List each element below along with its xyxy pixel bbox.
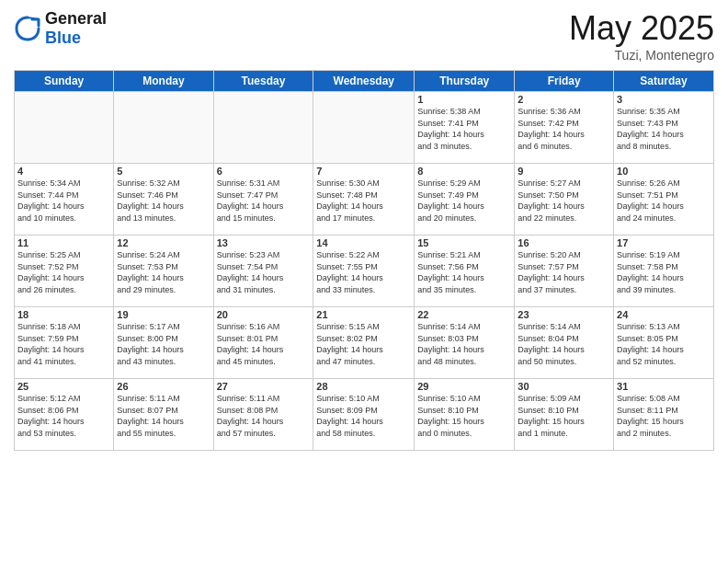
day-info: Sunrise: 5:31 AM Sunset: 7:47 PM Dayligh… (217, 178, 311, 224)
calendar-cell (15, 92, 114, 164)
day-info: Sunrise: 5:11 AM Sunset: 8:08 PM Dayligh… (217, 393, 311, 439)
calendar-week-2: 4Sunrise: 5:34 AM Sunset: 7:44 PM Daylig… (15, 164, 714, 236)
calendar-cell: 3Sunrise: 5:35 AM Sunset: 7:43 PM Daylig… (614, 92, 714, 164)
calendar-cell: 28Sunrise: 5:10 AM Sunset: 8:09 PM Dayli… (313, 379, 415, 451)
calendar-body: 1Sunrise: 5:38 AM Sunset: 7:41 PM Daylig… (15, 92, 714, 451)
col-friday: Friday (515, 71, 614, 92)
day-number: 16 (518, 237, 610, 248)
day-info: Sunrise: 5:29 AM Sunset: 7:49 PM Dayligh… (417, 178, 511, 224)
day-number: 24 (617, 309, 711, 320)
logo-general-text: General (45, 9, 107, 29)
calendar-cell: 15Sunrise: 5:21 AM Sunset: 7:56 PM Dayli… (415, 236, 515, 307)
day-info: Sunrise: 5:38 AM Sunset: 7:41 PM Dayligh… (417, 106, 511, 152)
day-number: 13 (217, 237, 311, 248)
calendar-cell: 18Sunrise: 5:18 AM Sunset: 7:59 PM Dayli… (15, 307, 114, 379)
calendar-cell: 7Sunrise: 5:30 AM Sunset: 7:48 PM Daylig… (313, 164, 415, 236)
day-info: Sunrise: 5:22 AM Sunset: 7:55 PM Dayligh… (316, 249, 411, 295)
day-number: 7 (316, 166, 411, 177)
day-number: 19 (117, 309, 210, 320)
day-number: 25 (17, 381, 110, 392)
day-number: 18 (17, 309, 110, 320)
day-number: 22 (417, 309, 511, 320)
calendar-cell: 29Sunrise: 5:10 AM Sunset: 8:10 PM Dayli… (415, 379, 515, 451)
day-number: 30 (518, 381, 610, 392)
day-info: Sunrise: 5:23 AM Sunset: 7:54 PM Dayligh… (217, 249, 311, 295)
calendar-cell: 19Sunrise: 5:17 AM Sunset: 8:00 PM Dayli… (114, 307, 213, 379)
calendar-cell (114, 92, 213, 164)
day-info: Sunrise: 5:27 AM Sunset: 7:50 PM Dayligh… (518, 178, 610, 224)
day-number: 1 (417, 94, 511, 105)
day-info: Sunrise: 5:35 AM Sunset: 7:43 PM Dayligh… (617, 106, 711, 152)
calendar-cell: 20Sunrise: 5:16 AM Sunset: 8:01 PM Dayli… (213, 307, 313, 379)
day-info: Sunrise: 5:20 AM Sunset: 7:57 PM Dayligh… (518, 249, 610, 295)
day-number: 9 (518, 166, 610, 177)
calendar-cell: 23Sunrise: 5:14 AM Sunset: 8:04 PM Dayli… (515, 307, 614, 379)
logo-icon (14, 15, 41, 42)
day-number: 3 (617, 94, 711, 105)
calendar-cell: 24Sunrise: 5:13 AM Sunset: 8:05 PM Dayli… (614, 307, 714, 379)
calendar-cell: 9Sunrise: 5:27 AM Sunset: 7:50 PM Daylig… (515, 164, 614, 236)
calendar-cell: 31Sunrise: 5:08 AM Sunset: 8:11 PM Dayli… (614, 379, 714, 451)
calendar-cell: 5Sunrise: 5:32 AM Sunset: 7:46 PM Daylig… (114, 164, 213, 236)
day-info: Sunrise: 5:09 AM Sunset: 8:10 PM Dayligh… (518, 393, 610, 439)
calendar-cell: 6Sunrise: 5:31 AM Sunset: 7:47 PM Daylig… (213, 164, 313, 236)
col-sunday: Sunday (15, 71, 114, 92)
day-info: Sunrise: 5:34 AM Sunset: 7:44 PM Dayligh… (17, 178, 110, 224)
day-info: Sunrise: 5:13 AM Sunset: 8:05 PM Dayligh… (617, 321, 711, 367)
calendar-cell: 12Sunrise: 5:24 AM Sunset: 7:53 PM Dayli… (114, 236, 213, 307)
day-info: Sunrise: 5:12 AM Sunset: 8:06 PM Dayligh… (17, 393, 110, 439)
day-info: Sunrise: 5:25 AM Sunset: 7:52 PM Dayligh… (17, 249, 110, 295)
calendar-cell: 30Sunrise: 5:09 AM Sunset: 8:10 PM Dayli… (515, 379, 614, 451)
day-info: Sunrise: 5:14 AM Sunset: 8:04 PM Dayligh… (518, 321, 610, 367)
day-info: Sunrise: 5:24 AM Sunset: 7:53 PM Dayligh… (117, 249, 210, 295)
calendar-cell: 10Sunrise: 5:26 AM Sunset: 7:51 PM Dayli… (614, 164, 714, 236)
col-tuesday: Tuesday (213, 71, 313, 92)
day-info: Sunrise: 5:30 AM Sunset: 7:48 PM Dayligh… (316, 178, 411, 224)
title-area: May 2025 Tuzi, Montenegro (569, 9, 714, 63)
day-number: 23 (518, 309, 610, 320)
day-number: 8 (417, 166, 511, 177)
day-number: 17 (617, 237, 711, 248)
calendar-cell: 16Sunrise: 5:20 AM Sunset: 7:57 PM Dayli… (515, 236, 614, 307)
calendar-cell: 17Sunrise: 5:19 AM Sunset: 7:58 PM Dayli… (614, 236, 714, 307)
calendar-cell: 8Sunrise: 5:29 AM Sunset: 7:49 PM Daylig… (415, 164, 515, 236)
location: Tuzi, Montenegro (569, 48, 714, 63)
calendar-cell: 14Sunrise: 5:22 AM Sunset: 7:55 PM Dayli… (313, 236, 415, 307)
calendar-cell: 22Sunrise: 5:14 AM Sunset: 8:03 PM Dayli… (415, 307, 515, 379)
day-number: 28 (316, 381, 411, 392)
calendar-cell: 27Sunrise: 5:11 AM Sunset: 8:08 PM Dayli… (213, 379, 313, 451)
day-info: Sunrise: 5:10 AM Sunset: 8:09 PM Dayligh… (316, 393, 411, 439)
day-number: 5 (117, 166, 210, 177)
calendar-cell (313, 92, 415, 164)
day-number: 21 (316, 309, 411, 320)
day-info: Sunrise: 5:17 AM Sunset: 8:00 PM Dayligh… (117, 321, 210, 367)
day-info: Sunrise: 5:08 AM Sunset: 8:11 PM Dayligh… (617, 393, 711, 439)
col-saturday: Saturday (614, 71, 714, 92)
logo: General Blue (14, 9, 107, 48)
day-number: 26 (117, 381, 210, 392)
day-info: Sunrise: 5:15 AM Sunset: 8:02 PM Dayligh… (316, 321, 411, 367)
day-info: Sunrise: 5:21 AM Sunset: 7:56 PM Dayligh… (417, 249, 511, 295)
day-info: Sunrise: 5:19 AM Sunset: 7:58 PM Dayligh… (617, 249, 711, 295)
day-number: 6 (217, 166, 311, 177)
day-number: 11 (17, 237, 110, 248)
day-info: Sunrise: 5:32 AM Sunset: 7:46 PM Dayligh… (117, 178, 210, 224)
day-info: Sunrise: 5:16 AM Sunset: 8:01 PM Dayligh… (217, 321, 311, 367)
calendar-cell: 2Sunrise: 5:36 AM Sunset: 7:42 PM Daylig… (515, 92, 614, 164)
day-number: 27 (217, 381, 311, 392)
day-number: 10 (617, 166, 711, 177)
day-number: 29 (417, 381, 511, 392)
day-info: Sunrise: 5:36 AM Sunset: 7:42 PM Dayligh… (518, 106, 610, 152)
calendar-week-1: 1Sunrise: 5:38 AM Sunset: 7:41 PM Daylig… (15, 92, 714, 164)
calendar-week-5: 25Sunrise: 5:12 AM Sunset: 8:06 PM Dayli… (15, 379, 714, 451)
day-info: Sunrise: 5:11 AM Sunset: 8:07 PM Dayligh… (117, 393, 210, 439)
day-number: 14 (316, 237, 411, 248)
calendar-cell: 25Sunrise: 5:12 AM Sunset: 8:06 PM Dayli… (15, 379, 114, 451)
header-row: Sunday Monday Tuesday Wednesday Thursday… (15, 71, 714, 92)
day-info: Sunrise: 5:26 AM Sunset: 7:51 PM Dayligh… (617, 178, 711, 224)
day-number: 12 (117, 237, 210, 248)
day-number: 20 (217, 309, 311, 320)
day-info: Sunrise: 5:10 AM Sunset: 8:10 PM Dayligh… (417, 393, 511, 439)
month-title: May 2025 (569, 9, 714, 48)
calendar-cell: 4Sunrise: 5:34 AM Sunset: 7:44 PM Daylig… (15, 164, 114, 236)
